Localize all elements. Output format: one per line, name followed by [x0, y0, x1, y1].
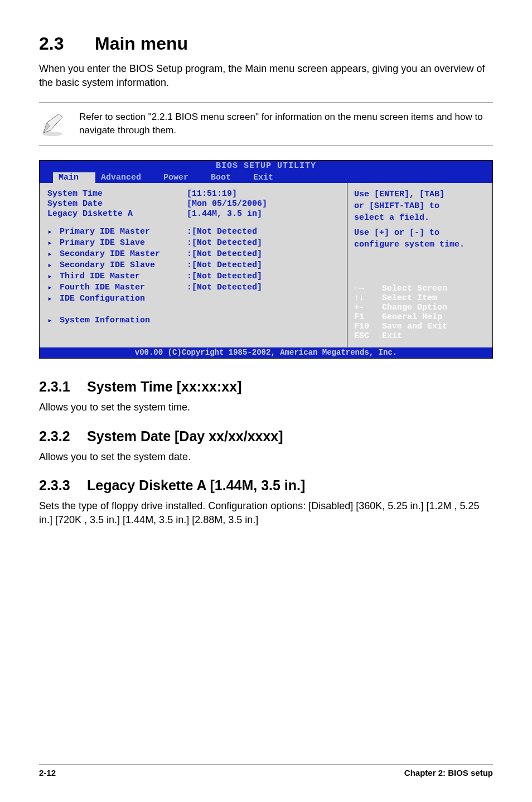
bios-menu-bar: BIOS SETUP UTILITY Main Advanced Power B… [40, 161, 492, 183]
bios-value: [1.44M, 3.5 in] [187, 209, 262, 219]
subsection-heading-232: 2.3.2System Date [Day xx/xx/xxxx] [39, 428, 493, 445]
help-action: Select Item [382, 293, 437, 303]
bios-field-legacy-diskette[interactable]: Legacy Diskette A [1.44M, 3.5 in] [47, 209, 339, 219]
help-key-row: ←→Select Screen [354, 284, 486, 293]
triangle-icon: ▸ [47, 238, 60, 248]
bios-label: Primary IDE Master [60, 227, 187, 236]
bios-value: :[Not Detected [187, 227, 257, 236]
help-key: ESC [354, 331, 382, 341]
help-line: Use [+] or [-] to [354, 227, 486, 239]
bios-submenu-system-information[interactable]: ▸ System Information [47, 315, 339, 326]
bios-value: :[Not Detected] [187, 272, 262, 281]
bios-label: Fourth IDE Master [60, 283, 187, 292]
bios-label: Secondary IDE Slave [60, 260, 187, 270]
bios-tab-advanced[interactable]: Advanced [95, 172, 158, 183]
bios-submenu-secondary-ide-master[interactable]: ▸ Secondary IDE Master :[Not Detected] [47, 249, 339, 259]
subsection-text: Allows you to set the system time. [39, 400, 493, 414]
section-title-text: Main menu [95, 33, 188, 54]
section-heading: 2.3Main menu [39, 33, 493, 54]
help-line: or [SHIFT-TAB] to [354, 200, 486, 212]
bios-label: IDE Configuration [60, 294, 187, 303]
help-action: General Help [382, 312, 442, 322]
triangle-icon: ▸ [47, 271, 60, 282]
help-key-row: F10Save and Exit [354, 322, 486, 331]
note-text: Refer to section "2.2.1 BIOS menu screen… [79, 110, 493, 137]
bios-help-panel: Use [ENTER], [TAB] or [SHIFT-TAB] to sel… [347, 183, 492, 347]
triangle-icon: ▸ [47, 315, 60, 326]
help-action: Change Option [382, 303, 447, 312]
pencil-icon [39, 110, 66, 137]
bios-screenshot: BIOS SETUP UTILITY Main Advanced Power B… [39, 160, 493, 359]
subsection-number: 2.3.1 [39, 379, 87, 395]
bios-footer: v00.00 (C)Copyright 1985-2002, American … [40, 347, 492, 358]
bios-label: Secondary IDE Master [60, 249, 187, 259]
bios-label: System Time [47, 189, 187, 199]
bios-submenu-fourth-ide-master[interactable]: ▸ Fourth IDE Master :[Not Detected] [47, 282, 339, 293]
bios-value: :[Not Detected] [187, 249, 262, 259]
bios-label: System Date [47, 199, 187, 209]
triangle-icon: ▸ [47, 282, 60, 293]
bios-submenu-third-ide-master[interactable]: ▸ Third IDE Master :[Not Detected] [47, 271, 339, 282]
bios-label: Legacy Diskette A [47, 209, 187, 219]
help-key: ←→ [354, 284, 382, 293]
help-key: +- [354, 303, 382, 312]
bios-submenu-primary-ide-master[interactable]: ▸ Primary IDE Master :[Not Detected [47, 226, 339, 237]
help-key: F10 [354, 322, 382, 331]
bios-submenu-ide-configuration[interactable]: ▸ IDE Configuration [47, 293, 339, 304]
subsection-title: Legacy Diskette A [1.44M, 3.5 in.] [87, 477, 305, 493]
help-key-row: ESCExit [354, 331, 486, 341]
subsection-heading-233: 2.3.3Legacy Diskette A [1.44M, 3.5 in.] [39, 477, 493, 494]
bios-value: [11:51:19] [187, 189, 237, 199]
bios-label: Primary IDE Slave [60, 238, 187, 248]
bios-value: :[Not Detected] [187, 260, 262, 270]
bios-label: System Information [60, 316, 187, 325]
bios-tab-power[interactable]: Power [158, 172, 205, 183]
subsection-number: 2.3.2 [39, 428, 87, 445]
help-line: select a field. [354, 212, 486, 224]
help-action: Exit [382, 331, 402, 341]
help-action: Select Screen [382, 284, 447, 293]
triangle-icon: ▸ [47, 293, 60, 304]
subsection-heading-231: 2.3.1System Time [xx:xx:xx] [39, 379, 493, 395]
bios-title: BIOS SETUP UTILITY [40, 161, 492, 171]
bios-field-system-date[interactable]: System Date [Mon 05/15/2006] [47, 199, 339, 209]
help-line: Use [ENTER], [TAB] [354, 189, 486, 200]
help-key: ↑↓ [354, 293, 382, 303]
help-key-row: ↑↓Select Item [354, 293, 486, 303]
intro-paragraph: When you enter the BIOS Setup program, t… [39, 62, 493, 90]
bios-submenu-primary-ide-slave[interactable]: ▸ Primary IDE Slave :[Not Detected] [47, 238, 339, 248]
bios-tab-boot[interactable]: Boot [205, 172, 248, 183]
chapter-title: Chapter 2: BIOS setup [404, 768, 493, 777]
subsection-title: System Date [Day xx/xx/xxxx] [87, 428, 283, 444]
help-key: F1 [354, 312, 382, 322]
triangle-icon: ▸ [47, 249, 60, 259]
bios-field-system-time[interactable]: System Time [11:51:19] [47, 189, 339, 199]
bios-submenu-secondary-ide-slave[interactable]: ▸ Secondary IDE Slave :[Not Detected] [47, 260, 339, 270]
page-number: 2-12 [39, 768, 56, 777]
subsection-title: System Time [xx:xx:xx] [87, 379, 241, 394]
bios-tab-exit[interactable]: Exit [248, 172, 290, 183]
help-action: Save and Exit [382, 322, 447, 331]
triangle-icon: ▸ [47, 226, 60, 237]
subsection-text: Allows you to set the system date. [39, 450, 493, 464]
bios-tab-main[interactable]: Main [53, 172, 95, 183]
triangle-icon: ▸ [47, 260, 60, 270]
section-number: 2.3 [39, 33, 95, 54]
subsection-number: 2.3.3 [39, 477, 87, 494]
bios-value: :[Not Detected] [187, 283, 262, 292]
bios-value: [Mon 05/15/2006] [187, 199, 267, 209]
subsection-text: Sets the type of floppy drive installed.… [39, 499, 493, 527]
help-key-row: F1General Help [354, 312, 486, 322]
note-box: Refer to section "2.2.1 BIOS menu screen… [39, 102, 493, 146]
help-line: configure system time. [354, 239, 486, 250]
page-footer: 2-12 Chapter 2: BIOS setup [39, 764, 493, 777]
bios-value: :[Not Detected] [187, 238, 262, 248]
bios-main-panel: System Time [11:51:19] System Date [Mon … [40, 183, 347, 347]
help-key-row: +-Change Option [354, 303, 486, 312]
bios-label: Third IDE Master [60, 272, 187, 281]
